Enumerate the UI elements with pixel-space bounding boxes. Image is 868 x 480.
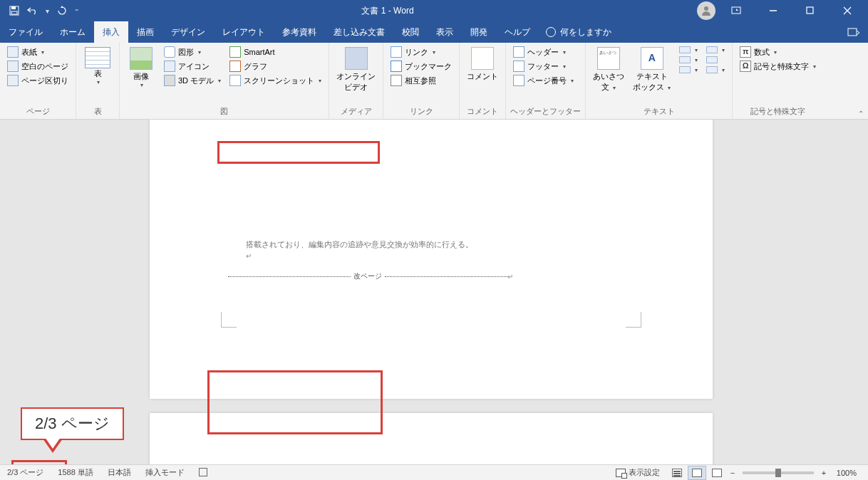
group-label-tables: 表 bbox=[81, 106, 115, 118]
footer-button[interactable]: フッター▾ bbox=[510, 60, 577, 73]
margin-corner bbox=[221, 312, 237, 328]
zoom-out-button[interactable]: − bbox=[727, 469, 738, 477]
status-page-number[interactable]: 2/3 ページ bbox=[0, 467, 51, 478]
status-macro-recording[interactable] bbox=[192, 468, 215, 478]
tab-home[interactable]: ホーム bbox=[51, 21, 94, 43]
icons-button[interactable]: アイコン bbox=[161, 60, 224, 73]
chevron-down-icon: ▾ bbox=[813, 63, 816, 70]
collapse-ribbon-button[interactable]: ⌃ bbox=[858, 110, 864, 118]
body-text[interactable]: 搭載されており、編集内容の追跡や意見交換が効率的に行える。 bbox=[246, 239, 473, 250]
display-settings-button[interactable]: 表示設定 bbox=[609, 467, 667, 478]
svg-rect-6 bbox=[807, 7, 813, 14]
3d-models-button[interactable]: 3D モデル▾ bbox=[161, 74, 224, 87]
symbol-button[interactable]: Ω記号と特殊文字▾ bbox=[737, 60, 819, 73]
undo-button[interactable] bbox=[27, 5, 38, 16]
tab-review[interactable]: 校閲 bbox=[393, 21, 428, 43]
drop-cap-button[interactable]: ▾ bbox=[676, 66, 701, 74]
page-break-button[interactable]: ページ区切り bbox=[4, 74, 71, 87]
wordart-button[interactable]: ▾ bbox=[676, 56, 701, 64]
page-1[interactable]: 搭載されており、編集内容の追跡や意見交換が効率的に行える。 ↵ 改ページ↵ bbox=[150, 120, 713, 399]
status-insert-mode[interactable]: 挿入モード bbox=[138, 467, 192, 478]
maximize-button[interactable] bbox=[794, 0, 827, 21]
group-header-footer: ヘッダー▾ フッター▾ ページ番号▾ ヘッダーとフッター bbox=[506, 43, 586, 119]
web-layout-button[interactable] bbox=[708, 466, 726, 480]
text-box-button[interactable]: A テキスト ボックス ▾ bbox=[630, 46, 673, 94]
group-illustrations: 画像 ▾ 図形▾ アイコン 3D モデル▾ SmartArt グラフ スクリーン… bbox=[120, 43, 329, 119]
screenshot-button[interactable]: スクリーンショット▾ bbox=[227, 74, 324, 87]
tab-draw[interactable]: 描画 bbox=[128, 21, 162, 43]
picture-icon bbox=[130, 47, 153, 70]
chevron-down-icon: ▾ bbox=[613, 85, 616, 91]
print-layout-button[interactable] bbox=[688, 466, 706, 480]
equation-button[interactable]: π数式▾ bbox=[737, 46, 819, 58]
redo-button[interactable] bbox=[56, 5, 68, 16]
page-number-button[interactable]: ページ番号▾ bbox=[510, 74, 577, 87]
greeting-icon bbox=[597, 47, 620, 70]
minimize-button[interactable] bbox=[757, 0, 790, 21]
date-time-button[interactable] bbox=[703, 56, 728, 64]
ribbon-insert: 表紙▾ 空白のページ ページ区切り ページ 表 ▾ 表 画像 ▾ 図形▾ bbox=[0, 43, 868, 120]
tab-mailings[interactable]: 差し込み文書 bbox=[325, 21, 393, 43]
svg-rect-1 bbox=[11, 6, 16, 9]
web-layout-icon bbox=[712, 469, 722, 477]
zoom-level[interactable]: 100% bbox=[830, 469, 868, 477]
group-label-pages: ページ bbox=[4, 106, 71, 118]
link-button[interactable]: リンク▾ bbox=[388, 46, 455, 58]
annotation-callout: 2/3 ページ bbox=[21, 407, 124, 440]
blank-page-button[interactable]: 空白のページ bbox=[4, 60, 71, 73]
svg-rect-9 bbox=[848, 28, 857, 36]
share-button[interactable] bbox=[839, 21, 868, 43]
tab-references[interactable]: 参考資料 bbox=[274, 21, 325, 43]
cross-reference-button[interactable]: 相互参照 bbox=[388, 74, 455, 87]
zoom-slider[interactable] bbox=[743, 471, 814, 474]
greeting-button[interactable]: あいさつ 文 ▾ bbox=[590, 46, 627, 94]
object-button[interactable]: ▾ bbox=[703, 66, 728, 74]
table-button[interactable]: 表 ▾ bbox=[81, 46, 115, 87]
zoom-in-button[interactable]: + bbox=[818, 469, 830, 477]
account-button[interactable] bbox=[697, 1, 715, 20]
bookmark-button[interactable]: ブックマーク bbox=[388, 60, 455, 73]
chevron-down-icon: ▾ bbox=[722, 67, 725, 73]
chevron-down-icon: ▾ bbox=[695, 67, 698, 73]
tab-design[interactable]: デザイン bbox=[162, 21, 214, 43]
online-video-button[interactable]: オンライン ビデオ bbox=[334, 46, 378, 94]
save-button[interactable] bbox=[9, 5, 20, 16]
chevron-down-icon: ▾ bbox=[668, 85, 671, 91]
close-button[interactable] bbox=[831, 0, 864, 21]
group-label-header-footer: ヘッダーとフッター bbox=[510, 106, 581, 118]
chevron-down-icon: ▾ bbox=[563, 49, 566, 56]
status-language[interactable]: 日本語 bbox=[100, 467, 138, 478]
tab-insert[interactable]: 挿入 bbox=[94, 21, 128, 43]
video-icon bbox=[345, 47, 368, 70]
smartart-button[interactable]: SmartArt bbox=[227, 46, 324, 58]
quick-access-toolbar: ▾ ⁼ bbox=[0, 5, 78, 16]
shapes-button[interactable]: 図形▾ bbox=[161, 46, 224, 58]
document-area[interactable]: 搭載されており、編集内容の追跡や意見交換が効率的に行える。 ↵ 改ページ↵ ↵ … bbox=[0, 120, 868, 464]
group-symbols: π数式▾ Ω記号と特殊文字▾ 記号と特殊文字 bbox=[733, 43, 823, 119]
group-label-media: メディア bbox=[334, 106, 378, 118]
header-button[interactable]: ヘッダー▾ bbox=[510, 46, 577, 58]
comment-button[interactable]: コメント bbox=[464, 46, 501, 83]
signature-line-button[interactable]: ▾ bbox=[703, 46, 728, 54]
annotation-callout-tail-inner bbox=[45, 437, 61, 449]
tell-me-search[interactable]: 何をしますか bbox=[539, 21, 619, 43]
cover-page-button[interactable]: 表紙▾ bbox=[4, 46, 71, 58]
quick-parts-button[interactable]: ▾ bbox=[676, 46, 701, 54]
display-settings-icon bbox=[616, 469, 626, 477]
tab-help[interactable]: ヘルプ bbox=[496, 21, 539, 43]
zoom-slider-thumb[interactable] bbox=[775, 469, 781, 477]
tab-developer[interactable]: 開発 bbox=[462, 21, 496, 43]
tab-file[interactable]: ファイル bbox=[0, 21, 51, 43]
read-mode-button[interactable] bbox=[668, 466, 686, 480]
undo-dropdown-icon[interactable]: ▾ bbox=[46, 7, 49, 15]
chart-button[interactable]: グラフ bbox=[227, 60, 324, 73]
pictures-button[interactable]: 画像 ▾ bbox=[124, 46, 158, 90]
status-word-count[interactable]: 1588 単語 bbox=[51, 467, 100, 478]
chevron-down-icon: ▾ bbox=[319, 78, 321, 84]
qat-customize-icon[interactable]: ⁼ bbox=[75, 7, 78, 15]
tab-layout[interactable]: レイアウト bbox=[214, 21, 274, 43]
page-2[interactable]: ↵ 改ページ↵ bbox=[150, 413, 713, 464]
page-break-indicator-1[interactable]: 改ページ↵ bbox=[228, 271, 513, 282]
ribbon-display-options-button[interactable] bbox=[720, 0, 753, 21]
tab-view[interactable]: 表示 bbox=[428, 21, 462, 43]
